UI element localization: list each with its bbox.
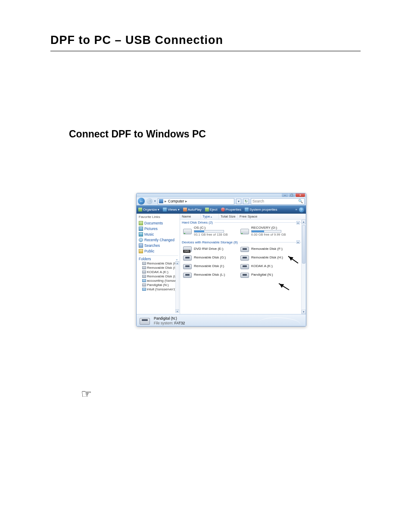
scroll-thumb[interactable]	[302, 225, 305, 264]
scroll-track[interactable]	[302, 224, 306, 310]
organize-label: Organize	[143, 208, 157, 212]
drive-label: DVD RW Drive (E:)	[194, 247, 223, 251]
drive-pandigital-n[interactable]: Pandigital (N:)	[239, 271, 296, 279]
views-label: Views	[168, 208, 177, 212]
help-button[interactable]: ?	[299, 207, 304, 212]
drive-icon	[142, 266, 146, 269]
tree-item[interactable]: Removable Disk (H:)	[139, 261, 178, 265]
tree-item[interactable]: accounting (\\snsser	[139, 278, 178, 283]
sidebar-item-public[interactable]: Public	[139, 248, 178, 254]
drive-icon	[142, 262, 146, 265]
sidebar-item-label: Public	[144, 249, 154, 253]
nav-history-dropdown[interactable]: ▾	[154, 199, 156, 203]
public-icon	[139, 249, 143, 253]
breadcrumb-bar[interactable]: ▸ Computer ▸	[158, 198, 234, 205]
drive-removable-i[interactable]: Removable Disk (I:)	[182, 262, 239, 271]
tree-item[interactable]: Pandigital (N:)	[139, 283, 178, 287]
breadcrumb-arrow[interactable]: ▸	[185, 199, 187, 203]
organize-button[interactable]: Organize ▾	[138, 208, 159, 212]
column-headers: Name Type▴ Total Size Free Space	[180, 214, 306, 220]
favorites-list: Documents Pictures Music Recently Change…	[139, 220, 178, 254]
breadcrumb-label[interactable]: Computer	[168, 199, 184, 203]
drive-label: KODAK A (K:)	[251, 264, 273, 268]
search-input[interactable]: Search 🔍	[251, 198, 305, 205]
eject-button[interactable]: Eject	[205, 208, 218, 212]
drive-removable-f[interactable]: Removable Disk (F:)	[239, 245, 296, 253]
autoplay-label: AutoPlay	[188, 208, 202, 212]
hdd-grid: OS (C:) 93.1 GB free of 138 GB RECOVERY …	[180, 225, 306, 240]
scroll-down-icon[interactable]: ▾	[175, 309, 179, 313]
scroll-up-icon[interactable]: ▴	[175, 261, 179, 264]
sort-asc-icon: ▴	[211, 215, 212, 218]
properties-button[interactable]: Properties	[221, 208, 241, 212]
drive-recovery-d[interactable]: RECOVERY (D:) 6.00 GB free of 9.99 GB	[239, 225, 296, 238]
folders-heading[interactable]: Folders ⌄	[139, 255, 178, 261]
sidebar-item-music[interactable]: Music	[139, 231, 178, 237]
maximize-button[interactable]: ▢	[289, 193, 295, 197]
tree-scrollbar[interactable]: ▴ ▾	[175, 261, 179, 313]
group-header-removable[interactable]: Devices with Removable Storage (8) ▴	[180, 240, 306, 245]
views-icon	[163, 208, 167, 212]
address-dropdown[interactable]: ▾	[236, 199, 241, 204]
refresh-button[interactable]: ↻	[243, 199, 249, 204]
sidebar-item-recently-changed[interactable]: Recently Changed	[139, 237, 178, 243]
drive-label: Removable Disk (I:)	[194, 264, 224, 268]
organize-icon	[138, 208, 142, 212]
chevron-down-icon: ▾	[178, 208, 180, 212]
tree-item-label: Removable Disk (I:)	[147, 266, 177, 270]
collapse-icon[interactable]: ▴	[296, 240, 300, 244]
collapse-icon[interactable]: ▴	[296, 221, 300, 224]
column-free-space[interactable]: Free Space	[238, 214, 306, 219]
favorites-heading: Favorite Links	[139, 215, 178, 219]
scroll-up-icon[interactable]: ▴	[302, 220, 306, 224]
drive-kodak-k[interactable]: KODAK A (K:)	[239, 262, 296, 271]
autoplay-icon	[183, 208, 187, 212]
drive-icon	[142, 271, 146, 274]
tree-item[interactable]: Removable Disk (I:)	[139, 265, 178, 270]
dvd-icon: DVD	[183, 246, 192, 252]
capacity-text: 93.1 GB free of 138 GB	[194, 233, 227, 237]
window-titlebar[interactable]: – ▢ x	[137, 193, 306, 197]
sidebar-item-pictures[interactable]: Pictures	[139, 226, 178, 231]
content-pane: Name Type▴ Total Size Free Space Hard Di…	[180, 214, 306, 314]
content-scrollbar[interactable]: ▴ ▾	[301, 220, 306, 314]
column-name[interactable]: Name	[180, 214, 201, 219]
title-rule	[50, 51, 361, 51]
minimize-button[interactable]: –	[282, 193, 288, 197]
drive-label: Removable Disk (F:)	[251, 247, 283, 251]
toolbar-overflow[interactable]: »	[296, 208, 297, 212]
scroll-track[interactable]	[175, 264, 179, 309]
sidebar-item-searches[interactable]: Searches	[139, 243, 178, 248]
tree-item[interactable]: Removable Disk (L:)	[139, 274, 178, 278]
drive-removable-g[interactable]: Removable Disk (G:)	[182, 253, 239, 262]
sidebar: Favorite Links Documents Pictures Music …	[137, 214, 180, 314]
group-header-hdd[interactable]: Hard Disk Drives (2) ▴	[180, 220, 306, 225]
column-total-size[interactable]: Total Size	[219, 214, 238, 219]
page-title: DPF to PC – USB Connection	[50, 34, 223, 47]
tree-item[interactable]: KODAK A (K:)	[139, 270, 178, 274]
pointing-hand-icon: ☞	[81, 387, 92, 401]
scroll-down-icon[interactable]: ▾	[302, 310, 306, 314]
sidebar-item-label: Documents	[144, 221, 163, 225]
back-button[interactable]: ←	[138, 198, 145, 205]
explorer-window: – ▢ x ← → ▾ ▸ Computer ▸ ▾ ↻ Search 🔍 Or…	[136, 193, 306, 327]
close-button[interactable]: x	[296, 193, 305, 197]
eject-icon	[205, 208, 209, 212]
searches-icon	[139, 243, 143, 248]
system-properties-button[interactable]: System properties	[245, 208, 277, 212]
tree-item[interactable]: intuit (\\snsserver1) (	[139, 287, 178, 291]
drive-os-c[interactable]: OS (C:) 93.1 GB free of 138 GB	[182, 225, 239, 238]
removable-drive-icon	[240, 263, 249, 270]
column-type-label: Type	[202, 215, 210, 218]
capacity-text: 6.00 GB free of 9.99 GB	[251, 233, 286, 237]
toolbar: Organize ▾ Views ▾ AutoPlay Eject Proper…	[137, 205, 306, 214]
forward-button[interactable]: →	[146, 198, 153, 204]
search-icon: 🔍	[298, 199, 303, 203]
sidebar-item-label: Music	[144, 232, 154, 236]
drive-dvd-e[interactable]: DVD DVD RW Drive (E:)	[182, 245, 239, 253]
autoplay-button[interactable]: AutoPlay	[183, 208, 202, 212]
views-button[interactable]: Views ▾	[163, 208, 179, 212]
drive-removable-l[interactable]: Removable Disk (L:)	[182, 271, 239, 279]
sidebar-item-documents[interactable]: Documents	[139, 220, 178, 226]
column-type[interactable]: Type▴	[201, 214, 219, 219]
